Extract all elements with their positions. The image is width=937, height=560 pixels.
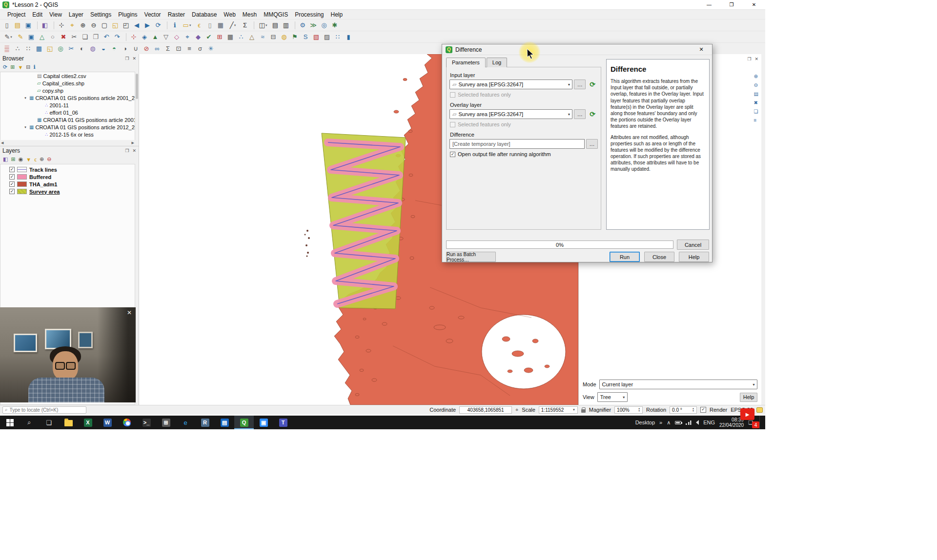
map-views[interactable]: ◫: [256, 20, 270, 30]
terrain-analysis[interactable]: △: [246, 32, 257, 42]
scroll-left-icon[interactable]: ◀: [1, 141, 3, 145]
eliminate-polygons[interactable]: ⊘: [141, 44, 152, 54]
layer-name[interactable]: Buffered: [29, 174, 51, 180]
clip-tool[interactable]: ✂: [66, 44, 77, 54]
measure[interactable]: ╱: [226, 20, 240, 30]
output-layer-field[interactable]: [Create temporary layer]: [449, 139, 585, 149]
layer-visibility-checkbox[interactable]: ✓: [9, 174, 15, 180]
coordinate-capture[interactable]: ⌖: [182, 32, 193, 42]
symmetrical-difference[interactable]: ◑: [120, 44, 130, 54]
zonal-statistics[interactable]: ▨: [322, 32, 332, 42]
zoom-to-layer[interactable]: ◰: [121, 20, 131, 30]
georeferencer[interactable]: ⊹: [128, 32, 139, 42]
menu-item[interactable]: Raster: [164, 11, 188, 19]
open-attribute-table[interactable]: ▦: [215, 20, 226, 30]
manage-map-themes[interactable]: ◉: [19, 156, 23, 162]
new-project[interactable]: ▯: [1, 20, 12, 30]
browser-tree-item[interactable]: ▱ copy.shp: [0, 87, 135, 94]
iterate-over-layer-icon[interactable]: ⟳: [587, 80, 598, 89]
menu-item[interactable]: Project: [4, 11, 29, 19]
layer-name[interactable]: Survey area: [29, 189, 60, 195]
start-button[interactable]: [0, 416, 20, 429]
help-button[interactable]: Help: [679, 252, 709, 262]
run-as-batch-button[interactable]: Run as Batch Process…: [446, 252, 496, 262]
zoom-next[interactable]: ▶: [142, 20, 153, 30]
refresh-map[interactable]: ⟳: [153, 20, 163, 30]
select-by-location[interactable]: ◱: [44, 44, 55, 54]
interpolation[interactable]: ∴: [236, 32, 246, 42]
point-sampling[interactable]: ∷: [332, 32, 343, 42]
processing-toolbox[interactable]: ⚙: [297, 20, 308, 30]
statistical-summary[interactable]: Σ: [240, 20, 250, 30]
calculator[interactable]: ⊞: [156, 416, 176, 429]
zoom-last[interactable]: ◀: [131, 20, 142, 30]
close-panel-icon[interactable]: ✕: [754, 57, 758, 61]
metasearch[interactable]: ◎: [319, 20, 329, 30]
float-panel-icon[interactable]: ❐: [125, 56, 129, 61]
log-messages-icon[interactable]: [756, 407, 763, 413]
browser-vertical-scrollbar[interactable]: [135, 72, 139, 140]
float-panel-icon[interactable]: ❐: [125, 148, 129, 153]
expand-new-results[interactable]: ▤: [754, 91, 758, 97]
browser-tree-item[interactable]: ▤ Capital cities2.csv: [0, 72, 135, 80]
add-group[interactable]: ⊞: [11, 156, 15, 162]
menu-item[interactable]: Mesh: [239, 11, 260, 19]
layer-name[interactable]: THA_adm1: [29, 181, 57, 187]
close-panel-icon[interactable]: ✕: [132, 56, 136, 61]
geometry-checker[interactable]: ✔: [204, 32, 214, 42]
open-project[interactable]: ▤: [12, 20, 23, 30]
output-browse-button[interactable]: …: [586, 139, 598, 149]
layer-item[interactable]: ✓ THA_adm1: [0, 180, 135, 188]
menu-item[interactable]: Vector: [141, 11, 164, 19]
union-tool[interactable]: ◓: [109, 44, 120, 54]
layer-item[interactable]: ✓ Buffered: [0, 173, 135, 180]
style-manager[interactable]: ◧: [40, 20, 50, 30]
list-unique-values[interactable]: ≡: [184, 44, 195, 54]
dialog-title-bar[interactable]: Q Difference ✕: [442, 44, 712, 55]
menu-item[interactable]: View: [46, 11, 65, 19]
zoom-out[interactable]: ⊖: [88, 20, 99, 30]
delete-selected[interactable]: ✖: [58, 32, 69, 42]
layer-visibility-checkbox[interactable]: ✓: [9, 181, 15, 187]
copy-features[interactable]: ❏: [80, 32, 90, 42]
vertex-tool[interactable]: ○: [47, 32, 58, 42]
close-dialog-button[interactable]: Close: [644, 252, 674, 262]
qconsolidate[interactable]: ⊟: [268, 32, 279, 42]
select-features[interactable]: ▭: [180, 20, 194, 30]
paste-features[interactable]: ❐: [90, 32, 101, 42]
copy-feature[interactable]: ❏: [754, 109, 758, 114]
dialog-tab[interactable]: Log: [487, 58, 507, 67]
refresh-browser[interactable]: ⟳: [3, 64, 7, 70]
network-icon[interactable]: [686, 420, 692, 425]
expand-all[interactable]: ⊕: [40, 156, 44, 162]
add-selected-layers[interactable]: ⊞: [10, 64, 15, 70]
battery-icon[interactable]: [675, 421, 681, 424]
layer-item[interactable]: ✓ Survey area: [0, 188, 135, 195]
qgis[interactable]: Q: [234, 416, 254, 429]
scale-combo[interactable]: 1:1159552 ▼: [539, 406, 578, 414]
menu-item[interactable]: Plugins: [115, 11, 141, 19]
buffer-tool[interactable]: ◎: [55, 44, 66, 54]
nearest-neighbour[interactable]: ✳: [205, 44, 216, 54]
save-layer-edits[interactable]: ▣: [26, 32, 37, 42]
volume-icon[interactable]: [696, 420, 699, 425]
topology-checker[interactable]: ⊞: [214, 32, 225, 42]
browser-tree-item[interactable]: ∴ 2012-15 6x or less: [0, 131, 135, 138]
locate-input[interactable]: [10, 407, 84, 413]
basic-statistics[interactable]: σ: [195, 44, 205, 54]
select-by-expression[interactable]: ϵ: [194, 20, 204, 30]
collapse-tree[interactable]: ⊖: [754, 82, 758, 88]
menu-item[interactable]: MMQGIS: [260, 11, 291, 19]
edge[interactable]: e: [176, 416, 195, 429]
dialog-close-button[interactable]: ✕: [694, 45, 709, 54]
menu-item[interactable]: Layer: [65, 11, 87, 19]
browser-tree-item[interactable]: ∴ effort 01_06: [0, 109, 135, 116]
undo[interactable]: ↶: [101, 32, 112, 42]
browser-horizontal-scrollbar[interactable]: ◀▶: [0, 140, 135, 146]
open-layer-styling-panel[interactable]: ◧: [3, 156, 8, 162]
excel[interactable]: X: [78, 416, 98, 429]
layout-manager[interactable]: ▥: [281, 20, 291, 30]
file-explorer[interactable]: [59, 416, 78, 429]
clear-results[interactable]: ✖: [754, 100, 758, 105]
dxf-export[interactable]: ▽: [161, 32, 171, 42]
